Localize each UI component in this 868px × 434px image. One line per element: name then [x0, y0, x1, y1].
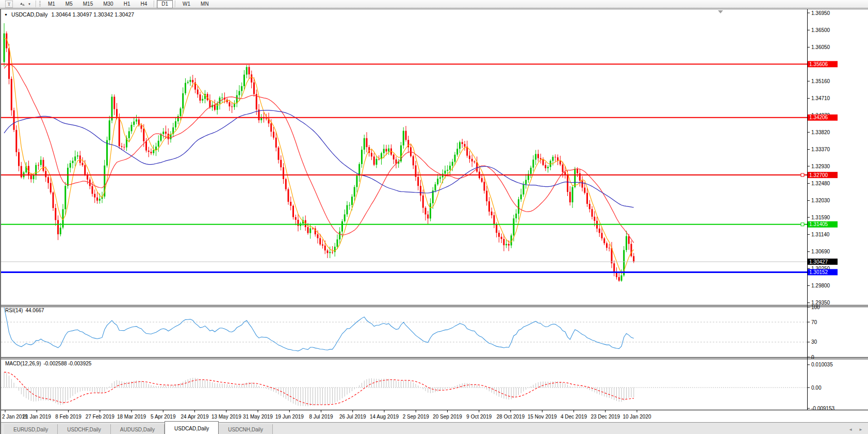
timeframe-button-h1[interactable]: H1 — [119, 0, 135, 8]
svg-text:1.31590: 1.31590 — [811, 215, 830, 220]
toolbar-separator — [175, 1, 176, 7]
svg-text:70: 70 — [811, 319, 817, 325]
arrow-style-tool-button[interactable]: ▼ — [17, 0, 33, 8]
svg-text:1.30427: 1.30427 — [809, 259, 828, 265]
svg-text:31 May 2019: 31 May 2019 — [243, 414, 273, 420]
svg-text:1.34710: 1.34710 — [811, 95, 830, 101]
toolbar-grip[interactable] — [39, 1, 41, 7]
svg-text:1.30152: 1.30152 — [809, 269, 828, 275]
svg-text:30: 30 — [811, 339, 817, 345]
tab-usdchf[interactable]: USDCHF,Daily — [58, 424, 111, 434]
tab-scroll-left-icon[interactable]: ◄ — [848, 427, 853, 432]
timeframe-button-h4[interactable]: H4 — [136, 0, 152, 8]
timeframe-button-m5[interactable]: M5 — [61, 0, 77, 8]
svg-text:1.32030: 1.32030 — [811, 198, 830, 203]
timeframe-button-m30[interactable]: M30 — [99, 0, 118, 8]
svg-text:28 Oct 2019: 28 Oct 2019 — [497, 414, 525, 420]
svg-text:20 Sep 2019: 20 Sep 2019 — [433, 414, 462, 420]
svg-text:1.33820: 1.33820 — [811, 130, 830, 135]
svg-text:1.35160: 1.35160 — [811, 78, 830, 84]
timeframe-button-w1[interactable]: W1 — [178, 0, 195, 8]
text-tool-icon: T — [5, 1, 13, 8]
svg-text:8 Feb 2019: 8 Feb 2019 — [55, 414, 81, 420]
tab-audusd[interactable]: AUDUSD,Daily — [111, 424, 165, 434]
svg-text:0: 0 — [811, 355, 814, 360]
svg-text:1.34206: 1.34206 — [809, 115, 828, 120]
tab-usdcad[interactable]: USDCAD,Daily — [165, 421, 219, 434]
svg-text:21 Jan 2019: 21 Jan 2019 — [23, 414, 51, 420]
arrows-icon — [19, 1, 26, 7]
svg-text:1.31140: 1.31140 — [811, 232, 830, 237]
svg-text:1.36950: 1.36950 — [811, 10, 830, 16]
svg-text:8 Jul 2019: 8 Jul 2019 — [309, 414, 333, 420]
timeframe-button-m15[interactable]: M15 — [78, 0, 97, 8]
symbol-tabs: EURUSD,DailyUSDCHF,DailyAUDUSD,DailyUSDC… — [4, 423, 273, 434]
timeframe-button-d1[interactable]: D1 — [157, 0, 173, 8]
svg-text:18 Mar 2019: 18 Mar 2019 — [117, 414, 146, 420]
svg-text:4 Dec 2019: 4 Dec 2019 — [561, 414, 587, 420]
top-toolbar: T ▼ M1M5M15M30H1H4D1W1MN — [0, 0, 868, 8]
svg-text:1.32930: 1.32930 — [811, 164, 830, 169]
svg-text:10 Jan 2020: 10 Jan 2020 — [623, 414, 651, 420]
svg-text:23 Dec 2019: 23 Dec 2019 — [591, 414, 620, 420]
svg-text:1.32700: 1.32700 — [809, 172, 828, 178]
chart-tab-bar: EURUSD,DailyUSDCHF,DailyAUDUSD,DailyUSDC… — [1, 422, 868, 434]
tab-usdcnh[interactable]: USDCNH,Daily — [219, 424, 273, 434]
svg-text:5 Apr 2019: 5 Apr 2019 — [151, 414, 176, 420]
svg-text:1.29800: 1.29800 — [811, 283, 830, 288]
svg-text:26 Jul 2019: 26 Jul 2019 — [339, 414, 366, 420]
chart-canvas[interactable]: 1.369501.365001.360501.351601.347101.342… — [1, 9, 868, 423]
chart-window: 1.369501.365001.360501.351601.347101.342… — [0, 9, 868, 434]
timeframe-button-m1[interactable]: M1 — [43, 0, 60, 8]
tab-scroll-controls: ◄ ► — [848, 427, 863, 432]
timeframe-button-mn[interactable]: MN — [196, 0, 214, 8]
svg-text:0.010035: 0.010035 — [811, 362, 833, 367]
svg-text:19 Jun 2019: 19 Jun 2019 — [275, 414, 304, 420]
svg-text:1.31405: 1.31405 — [809, 221, 828, 227]
tab-scroll-right-icon[interactable]: ► — [859, 427, 863, 432]
svg-text:9 Oct 2019: 9 Oct 2019 — [466, 414, 492, 420]
svg-text:0.00: 0.00 — [811, 385, 822, 391]
svg-text:1.35606: 1.35606 — [809, 61, 828, 67]
svg-text:15 Nov 2019: 15 Nov 2019 — [528, 414, 557, 420]
svg-text:14 Aug 2019: 14 Aug 2019 — [370, 414, 399, 420]
svg-text:1.30690: 1.30690 — [811, 249, 830, 254]
toolbar-separator — [154, 1, 155, 7]
svg-text:1.36050: 1.36050 — [811, 44, 830, 50]
text-tool-button[interactable]: T — [3, 0, 15, 8]
svg-text:1.33370: 1.33370 — [811, 147, 830, 152]
svg-text:27 Feb 2019: 27 Feb 2019 — [86, 414, 115, 420]
svg-text:100: 100 — [811, 304, 820, 310]
svg-text:13 May 2019: 13 May 2019 — [211, 414, 241, 420]
svg-text:2 Sep 2019: 2 Sep 2019 — [403, 414, 430, 420]
svg-text:1.36500: 1.36500 — [811, 27, 830, 33]
dropdown-caret-icon[interactable]: ▼ — [28, 3, 31, 6]
toolbar-separator — [36, 1, 37, 7]
svg-text:1.32480: 1.32480 — [811, 181, 830, 186]
timeframe-button-group: M1M5M15M30H1H4D1W1MN — [43, 0, 214, 8]
tab-eurusd[interactable]: EURUSD,Daily — [4, 424, 58, 434]
svg-text:24 Apr 2019: 24 Apr 2019 — [181, 414, 209, 420]
mt4-window: T ▼ M1M5M15M30H1H4D1W1MN 1.369501.365001… — [0, 0, 868, 434]
svg-text:-0.009153: -0.009153 — [811, 406, 834, 411]
